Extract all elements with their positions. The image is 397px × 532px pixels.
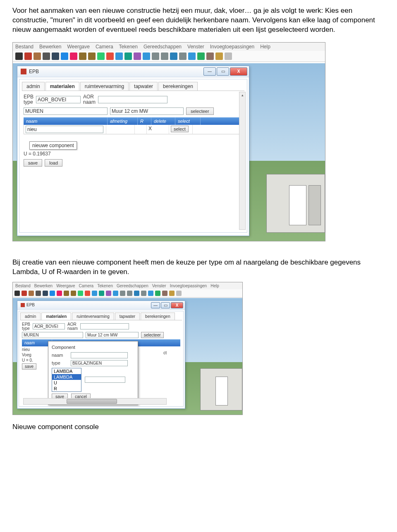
- toolbar-tool-icon[interactable]: [50, 291, 55, 296]
- row-select-button[interactable]: select: [171, 126, 189, 132]
- construction-type-select[interactable]: [24, 107, 108, 115]
- close-button[interactable]: X: [171, 302, 183, 308]
- minimize-button[interactable]: —: [151, 302, 160, 308]
- menu-item[interactable]: Bestand: [15, 44, 33, 50]
- tab-berekeningen[interactable]: berekeningen: [141, 313, 175, 320]
- toolbar-tool-icon[interactable]: [71, 291, 76, 296]
- minimize-button[interactable]: —: [203, 67, 216, 76]
- toolbar-tool-icon[interactable]: [36, 291, 41, 296]
- save-button[interactable]: save: [24, 159, 42, 167]
- aor-naam-input[interactable]: [98, 96, 167, 103]
- menu-item[interactable]: Bestand: [15, 284, 31, 288]
- menu-item[interactable]: Help: [260, 44, 270, 50]
- toolbar-tool-icon[interactable]: [113, 291, 118, 296]
- toolbar-tool-icon[interactable]: [61, 52, 68, 60]
- value-input[interactable]: [85, 377, 125, 383]
- toolbar-tool-icon[interactable]: [141, 291, 146, 296]
- horizontal-scrollbar[interactable]: [23, 398, 167, 405]
- menu-item[interactable]: Invoegtoepassingen: [210, 44, 254, 50]
- toolbar-tool-icon[interactable]: [188, 52, 196, 60]
- selecteer-button[interactable]: selecteer: [186, 107, 214, 115]
- tab-materialen[interactable]: materialen: [41, 313, 71, 320]
- menu-item[interactable]: Help: [210, 284, 219, 288]
- toolbar-tool-icon[interactable]: [14, 291, 20, 296]
- tab-admin[interactable]: admin: [20, 313, 41, 320]
- toolbar-tool-icon[interactable]: [15, 52, 23, 60]
- tab-tapwater[interactable]: tapwater: [115, 313, 140, 320]
- menu-item[interactable]: Bewerken: [34, 284, 53, 288]
- selecteer-button[interactable]: selecteer: [141, 332, 164, 338]
- toolbar-tool-icon[interactable]: [179, 52, 187, 60]
- tab-ruimteverwarming[interactable]: ruimteverwarming: [80, 82, 129, 91]
- tab-berekeningen[interactable]: berekeningen: [158, 82, 198, 91]
- popup-naam-input[interactable]: [71, 352, 128, 358]
- value-type-dropdown[interactable]: LAMBDA LAMBDA U R: [52, 368, 81, 392]
- tab-ruimteverwarming[interactable]: ruimteverwarming: [72, 313, 114, 320]
- toolbar-tool-icon[interactable]: [33, 52, 41, 60]
- toolbar-tool-icon[interactable]: [78, 291, 83, 296]
- menu-item[interactable]: Tekenen: [119, 44, 138, 50]
- toolbar-tool-icon[interactable]: [24, 52, 32, 60]
- toolbar-tool-icon[interactable]: [152, 52, 159, 60]
- toolbar-tool-icon[interactable]: [143, 52, 150, 60]
- toolbar-tool-icon[interactable]: [79, 52, 86, 60]
- toolbar-tool-icon[interactable]: [176, 291, 182, 296]
- toolbar-tool-icon[interactable]: [169, 291, 175, 296]
- toolbar-tool-icon[interactable]: [43, 291, 48, 296]
- tab-materialen[interactable]: materialen: [45, 82, 79, 91]
- toolbar-tool-icon[interactable]: [29, 291, 34, 296]
- toolbar-tool-icon[interactable]: [22, 291, 27, 296]
- toolbar-tool-icon[interactable]: [115, 52, 123, 60]
- menu-item[interactable]: Camera: [79, 284, 94, 288]
- tab-admin[interactable]: admin: [22, 82, 45, 91]
- aor-naam-input[interactable]: [80, 323, 129, 329]
- toolbar-tool-icon[interactable]: [127, 291, 132, 296]
- toolbar-tool-icon[interactable]: [52, 52, 59, 60]
- row-delete[interactable]: X: [147, 125, 169, 134]
- menu-item[interactable]: Invoegtoepassingen: [170, 284, 207, 288]
- construction-type-select[interactable]: [22, 332, 83, 338]
- maximize-button[interactable]: ▭: [161, 302, 170, 308]
- toolbar-tool-icon[interactable]: [106, 52, 114, 60]
- toolbar-tool-icon[interactable]: [99, 291, 104, 296]
- toolbar-tool-icon[interactable]: [88, 52, 96, 60]
- toolbar-tool-icon[interactable]: [120, 291, 125, 296]
- menu-item[interactable]: Bewerken: [39, 44, 61, 50]
- toolbar-tool-icon[interactable]: [134, 291, 139, 296]
- toolbar-tool-icon[interactable]: [170, 52, 177, 60]
- toolbar-tool-icon[interactable]: [148, 291, 153, 296]
- toolbar-tool-icon[interactable]: [197, 52, 205, 60]
- close-button[interactable]: X: [230, 67, 247, 76]
- construction-name-input[interactable]: [86, 332, 139, 338]
- toolbar-tool-icon[interactable]: [57, 291, 62, 296]
- tab-tapwater[interactable]: tapwater: [129, 82, 158, 91]
- toolbar-tool-icon[interactable]: [64, 291, 69, 296]
- toolbar-tool-icon[interactable]: [106, 291, 111, 296]
- epb-type-select[interactable]: [33, 323, 65, 329]
- menu-item[interactable]: Venster: [152, 284, 166, 288]
- menu-item[interactable]: Tekenen: [97, 284, 113, 288]
- menu-item[interactable]: Gereedschappen: [117, 284, 148, 288]
- toolbar-tool-icon[interactable]: [155, 291, 160, 296]
- toolbar-tool-icon[interactable]: [92, 291, 97, 296]
- save-button[interactable]: save: [22, 363, 36, 370]
- toolbar-tool-icon[interactable]: [225, 52, 232, 60]
- menu-item[interactable]: Weergave: [56, 284, 75, 288]
- load-button[interactable]: load: [45, 159, 62, 167]
- toolbar-tool-icon[interactable]: [215, 52, 223, 60]
- menu-item[interactable]: Gereedschappen: [143, 44, 182, 50]
- toolbar-tool-icon[interactable]: [43, 52, 50, 60]
- menu-item[interactable]: Camera: [96, 44, 113, 50]
- construction-name-input[interactable]: [110, 107, 184, 115]
- row-naam-input[interactable]: [26, 126, 103, 133]
- maximize-button[interactable]: ▭: [217, 67, 229, 76]
- menu-item[interactable]: Venster: [187, 44, 204, 50]
- toolbar-tool-icon[interactable]: [162, 291, 167, 296]
- popup-type-select[interactable]: [71, 360, 128, 366]
- menu-item[interactable]: Weergave: [67, 44, 89, 50]
- toolbar-tool-icon[interactable]: [161, 52, 168, 60]
- toolbar-tool-icon[interactable]: [134, 52, 141, 60]
- vertical-scrollbar[interactable]: ▴: [239, 92, 246, 230]
- toolbar-tool-icon[interactable]: [70, 52, 77, 60]
- toolbar-tool-icon[interactable]: [85, 291, 90, 296]
